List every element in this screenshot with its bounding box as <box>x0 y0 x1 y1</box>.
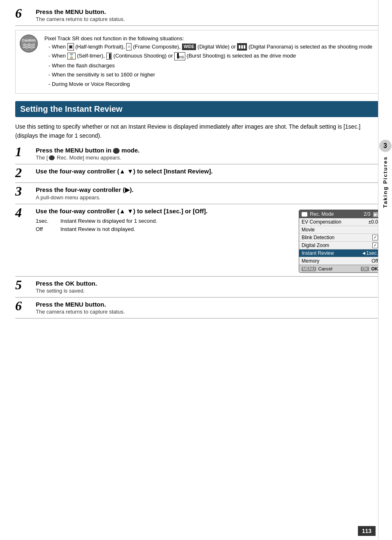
menu-row-movie: Movie <box>299 226 380 234</box>
menu-table: Rec. Mode 2/3 ▶ EV Compensation ±0.0 <box>299 210 381 273</box>
caution-icon-img: Caution <box>20 35 38 53</box>
menu-row-instant: Instant Review ◄1sec. <box>299 249 380 257</box>
menu-ok-btn: OK <box>361 267 369 271</box>
step5-subtitle: The setting is saved. <box>36 288 381 294</box>
top-step6-item: 6 Press the MENU button. The camera retu… <box>15 8 381 26</box>
step4-left: Use the four-way controller (▲ ▼) to sel… <box>36 208 291 234</box>
menu-row-zoom: Digital Zoom <box>299 242 380 249</box>
top-step6-title-pre: Press the <box>36 8 65 15</box>
step1-content: Press the MENU button in mode. The [ Rec… <box>36 147 381 161</box>
option-desc-off: Instant Review is not displayed. <box>60 226 291 232</box>
svg-text:Caution: Caution <box>22 38 36 42</box>
caution-list: When ▣ (Half-length Portrait), ○ (Frame … <box>44 43 372 88</box>
step2-item: 2 Use the four-way controller (▲ ▼) to s… <box>15 168 381 183</box>
menu-table-container: Rec. Mode 2/3 ▶ EV Compensation ±0.0 <box>299 210 381 273</box>
menu-value-memory: Off <box>371 258 378 264</box>
icon-continuous: ▐ <box>106 53 112 60</box>
menu-label-blink: Blink Detection <box>302 235 334 240</box>
menu-value-ev: ±0.0 <box>369 219 378 225</box>
top-step6-number: 6 <box>15 7 34 20</box>
step3-content: Press the four-way controller (▶). A pul… <box>36 186 381 201</box>
menu-label-zoom: Digital Zoom <box>302 242 329 248</box>
option-row-off: Off Instant Review is not displayed. <box>36 226 291 232</box>
caution-item-1: When ▣ (Half-length Portrait), ○ (Frame … <box>48 43 372 51</box>
option-row-1sec: 1sec. Instant Review is displayed for 1 … <box>36 218 291 224</box>
step5-title-pre: Press the <box>36 280 65 287</box>
step2-number: 2 <box>15 166 34 179</box>
side-tab-number: 3 <box>379 140 392 152</box>
step1-title-pre: Press the <box>36 147 65 154</box>
blink-check <box>372 235 378 240</box>
step2-title: Use the four-way controller (▲ ▼) to sel… <box>36 168 381 175</box>
step1-title-post: button in mode. <box>83 147 140 154</box>
menu-header-page: 2/3 ▶ <box>364 211 378 217</box>
option-key-1sec: 1sec. <box>36 218 52 224</box>
option-desc-1sec: Instant Review is displayed for 1 second… <box>60 218 291 224</box>
step3-title: Press the four-way controller (▶). <box>36 186 381 194</box>
step4-item: 4 Use the four-way controller (▲ ▼) to s… <box>15 208 381 277</box>
caution-text: Pixel Track SR does not function in the … <box>44 35 372 89</box>
top-step6-subtitle: The camera returns to capture status. <box>36 16 381 22</box>
step4-title: Use the four-way controller (▲ ▼) to sel… <box>36 208 291 215</box>
caution-item-4: When the sensitivity is set to 1600 or h… <box>48 71 372 79</box>
svg-point-0 <box>21 35 37 52</box>
caution-item-2: When ⌛ (Self-timer), ▐ (Continuous Shoot… <box>48 52 372 60</box>
step6-title-pre: Press the <box>36 301 65 308</box>
zoom-check <box>372 242 378 248</box>
section-intro: Use this setting to specify whether or n… <box>15 122 381 141</box>
step1-subtitle: The [ Rec. Mode] menu appears. <box>36 155 381 161</box>
section-title: Setting the Instant Review <box>20 104 122 113</box>
top-step6-content: Press the MENU button. The camera return… <box>36 8 381 22</box>
menu-table-body: EV Compensation ±0.0 Movie Blink Detecti… <box>299 218 380 265</box>
menu-row-blink: Blink Detection <box>299 234 380 242</box>
step5-item: 5 Press the OK button. The setting is sa… <box>15 280 381 298</box>
menu-cancel: MENU Cancel <box>302 266 332 271</box>
step5-content: Press the OK button. The setting is save… <box>36 280 381 294</box>
step5-title-post: button. <box>74 280 97 287</box>
step3-subtitle: A pull-down menu appears. <box>36 194 381 201</box>
step5-title-ok: OK <box>65 280 75 287</box>
step6-title-menu: MENU <box>65 301 83 308</box>
menu-row-ev: EV Compensation ±0.0 <box>299 218 380 226</box>
top-step6-title-post: button. <box>83 8 106 15</box>
step6-content: Press the MENU button. The camera return… <box>36 301 381 315</box>
menu-footer: MENU Cancel OK OK <box>299 265 380 272</box>
option-key-off: Off <box>36 226 52 232</box>
icon-frame-composite: ○ <box>126 43 131 50</box>
icon-half-portrait: ▣ <box>67 43 74 50</box>
step1-title: Press the MENU button in mode. <box>36 147 381 154</box>
step3-number: 3 <box>15 185 34 198</box>
menu-label-instant: Instant Review <box>302 250 334 256</box>
icon-burst: ▐HS <box>174 52 185 60</box>
step5-title: Press the OK button. <box>36 280 381 287</box>
icon-wide: WIDE <box>182 44 196 50</box>
step1-title-menu: MENU <box>65 147 83 154</box>
step3-item: 3 Press the four-way controller (▶). A p… <box>15 186 381 204</box>
caution-icon: Caution <box>20 35 40 53</box>
top-step6-title-menu: MENU <box>65 8 83 15</box>
step1-item: 1 Press the MENU button in mode. The [ R… <box>15 147 381 164</box>
caution-item-5: During Movie or Voice Recording <box>48 80 372 88</box>
step6-item: 6 Press the MENU button. The camera retu… <box>15 301 381 318</box>
menu-table-header: Rec. Mode 2/3 ▶ <box>299 210 380 218</box>
step4-content: Use the four-way controller (▲ ▼) to sel… <box>36 208 381 273</box>
page-number: 113 <box>358 526 376 536</box>
step2-content: Use the four-way controller (▲ ▼) to sel… <box>36 168 381 175</box>
menu-label-movie: Movie <box>302 227 315 233</box>
icon-panorama: ▮▮▮ <box>237 43 247 50</box>
menu-label-ev: EV Compensation <box>302 219 341 225</box>
menu-header-title: Rec. Mode <box>302 211 334 217</box>
step6-number: 6 <box>15 299 34 312</box>
step4-options: 1sec. Instant Review is displayed for 1 … <box>36 218 291 232</box>
step6-subtitle: The camera returns to capture status. <box>36 309 381 315</box>
side-tab: 3 Taking Pictures <box>378 0 392 540</box>
menu-ok: OK OK <box>361 266 378 271</box>
caution-intro: Pixel Track SR does not function in the … <box>44 35 372 43</box>
icon-self-timer: ⌛ <box>67 53 76 60</box>
step4-number: 4 <box>15 206 34 219</box>
menu-label-memory: Memory <box>302 258 319 264</box>
step6-title: Press the MENU button. <box>36 301 381 308</box>
step6-title-post: button. <box>83 301 106 308</box>
step4-row: Use the four-way controller (▲ ▼) to sel… <box>36 208 381 273</box>
caution-item-3: When the flash discharges <box>48 62 372 70</box>
